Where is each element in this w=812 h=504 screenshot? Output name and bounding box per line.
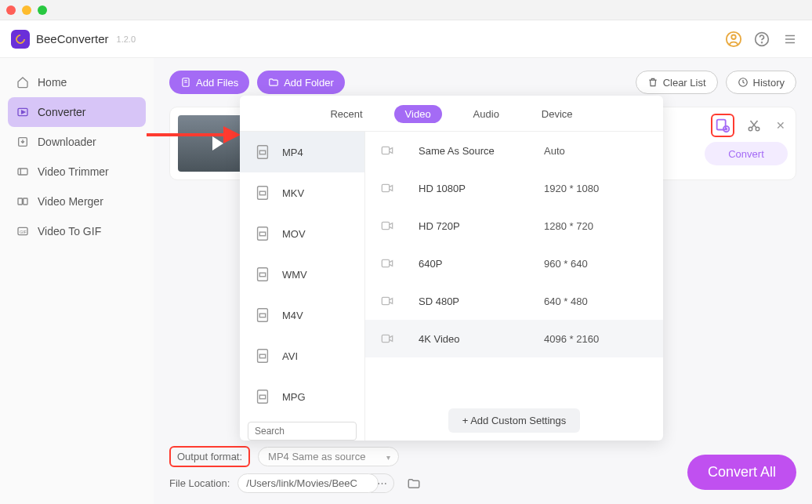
svg-rect-38 [258,350,268,363]
add-custom-label: + Add Custom Settings [462,415,567,426]
svg-rect-46 [382,297,389,304]
svg-rect-45 [382,259,389,267]
resolution-item[interactable]: Same As Source Auto [365,132,663,169]
help-icon[interactable] [751,28,773,50]
svg-rect-28 [258,146,268,159]
resolution-item[interactable]: SD 480P 640 * 480 [365,282,663,320]
format-item-mkv[interactable]: MKV [240,172,364,213]
format-label: MKV [282,187,304,199]
svg-rect-41 [259,395,265,399]
svg-line-27 [751,121,757,128]
maximize-window-button[interactable] [38,5,47,15]
video-icon [381,296,395,306]
tab-device[interactable]: Device [531,105,584,123]
sidebar-item-downloader[interactable]: Downloader [8,127,146,157]
tab-video[interactable]: Video [394,105,442,123]
resolution-item[interactable]: HD 1080P 1920 * 1080 [365,169,663,207]
resolution-dim: Auto [544,145,565,157]
trim-button[interactable] [742,114,766,137]
sidebar-item-converter[interactable]: Converter [8,97,146,127]
resolution-label: SD 480P [419,296,544,307]
svg-rect-47 [382,335,389,342]
format-item-mp4[interactable]: MP4 [240,132,364,172]
svg-rect-44 [382,222,389,229]
file-icon [254,306,271,324]
add-folder-button[interactable]: Add Folder [257,71,345,94]
format-list[interactable]: MP4 MKV MOV WMV [240,132,365,441]
format-label: M4V [282,310,303,321]
svg-marker-8 [22,111,25,114]
open-folder-icon[interactable] [407,477,421,491]
file-location-input[interactable]: /Users/link/Movies/BeeC [237,473,379,493]
resolution-label: 4K Video [419,333,544,345]
video-icon [381,221,395,230]
add-custom-button[interactable]: + Add Custom Settings [448,408,581,433]
convert-all-button[interactable]: Convert All [687,455,796,490]
video-icon [381,259,395,268]
clear-list-label: Clear List [663,77,706,89]
chevron-down-icon: ▾ [386,453,390,462]
svg-line-26 [752,121,758,128]
file-icon [254,347,271,364]
output-settings-button[interactable] [711,114,734,137]
resolution-dim: 640 * 480 [544,296,588,307]
tab-recent[interactable]: Recent [319,105,373,123]
sidebar: Home Converter Downloader Video Trimmer … [0,58,154,504]
tab-audio[interactable]: Audio [462,105,510,123]
resolution-label: Same As Source [419,145,544,157]
sidebar-item-gif[interactable]: GIF Video To GIF [8,216,146,246]
file-icon [254,225,271,242]
file-location-value: /Users/link/Movies/BeeC [246,477,357,489]
convert-button[interactable]: Convert [705,142,788,165]
close-window-button[interactable] [6,5,16,15]
toolbar: Add Files Add Folder Clear List History [169,71,796,94]
file-icon [254,266,271,283]
format-item-m4v[interactable]: M4V [240,295,364,335]
format-label: MOV [282,228,306,240]
trimmer-icon [16,165,30,179]
history-button[interactable]: History [726,71,796,94]
svg-rect-33 [259,232,265,236]
file-location-more-button[interactable]: ⋯ [371,473,394,493]
output-format-select[interactable]: MP4 Same as source ▾ [258,447,399,466]
convert-all-label: Convert All [708,464,776,480]
history-icon [738,77,749,88]
sidebar-item-home[interactable]: Home [8,67,146,97]
format-item-mpg[interactable]: MPG [240,376,364,417]
svg-rect-43 [382,184,389,191]
account-icon[interactable] [723,28,745,50]
output-format-label: Output format: [169,446,250,467]
add-folder-label: Add Folder [284,77,334,89]
remove-file-button[interactable]: ✕ [774,119,788,132]
resolution-dim: 1280 * 720 [544,220,593,232]
svg-point-1 [731,34,736,39]
resolution-item[interactable]: 4K Video 4096 * 2160 [365,320,663,357]
resolution-item[interactable]: 640P 960 * 640 [365,245,663,282]
converter-icon [16,105,30,119]
sidebar-item-merger[interactable]: Video Merger [8,187,146,216]
format-item-wmv[interactable]: WMV [240,254,364,295]
file-location-label: File Location: [169,477,230,489]
resolution-label: 640P [419,258,544,270]
format-item-avi[interactable]: AVI [240,335,364,376]
format-label: MP4 [282,147,303,158]
app-logo [11,30,30,49]
minimize-window-button[interactable] [22,5,31,15]
sidebar-item-trimmer[interactable]: Video Trimmer [8,157,146,187]
svg-rect-12 [18,198,22,205]
clear-list-button[interactable]: Clear List [636,71,718,94]
svg-rect-13 [24,198,27,205]
add-files-button[interactable]: Add Files [169,71,249,94]
format-item-mov[interactable]: MOV [240,213,364,254]
svg-rect-35 [259,273,265,277]
svg-rect-36 [258,309,268,322]
format-search-input[interactable] [248,422,357,441]
menu-icon[interactable] [779,28,801,50]
sidebar-item-label: Video Trimmer [38,165,109,178]
sidebar-item-label: Video Merger [38,195,103,208]
svg-rect-39 [259,354,265,358]
resolution-dim: 1920 * 1080 [544,183,599,194]
gif-icon: GIF [16,224,30,238]
resolution-item[interactable]: HD 720P 1280 * 720 [365,207,663,245]
popup-tabs: Recent Video Audio Device [240,96,663,131]
